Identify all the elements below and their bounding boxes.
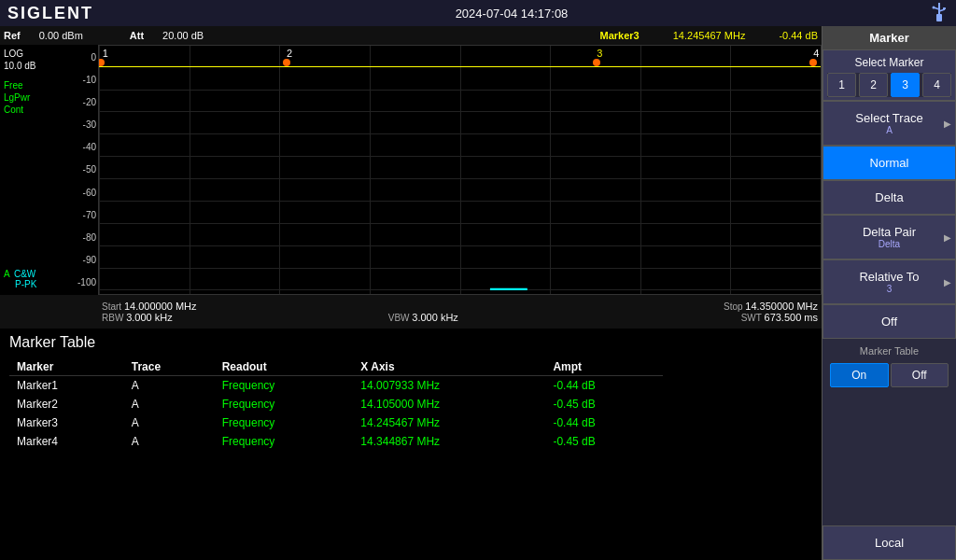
ref-bar: Ref 0.00 dBm Att 20.00 dB Marker3 14.245… (0, 26, 822, 45)
select-marker-label: Select Marker (827, 56, 951, 69)
y-20: -20 (45, 97, 96, 107)
marker-table-off-btn[interactable]: Off (891, 363, 949, 387)
trace-svg (99, 46, 821, 294)
stop-value: 14.350000 MHz (745, 301, 818, 312)
right-panel: Marker Select Marker 1 2 3 4 Select Trac… (822, 26, 956, 560)
select-trace-btn[interactable]: Select Trace A ▶ (822, 101, 956, 146)
relative-to-value: 3 (827, 284, 951, 294)
cw-label: C&W (14, 269, 35, 279)
marker-2-dot (283, 59, 290, 66)
trace-cell: A (124, 376, 215, 396)
marker-btn-3[interactable]: 3 (891, 73, 920, 97)
y-50: -50 (45, 164, 96, 175)
off-btn[interactable]: Off (822, 304, 956, 339)
vbw-value: 3.000 kHz (412, 312, 458, 323)
ampt-cell: -0.44 dB (545, 413, 663, 432)
delta-btn[interactable]: Delta (822, 180, 956, 215)
scale-label: 10.0 dB (4, 61, 43, 71)
readout-cell: Frequency (215, 413, 354, 432)
select-trace-label: Select Trace (855, 111, 922, 125)
table-row: Marker3 A Frequency 14.245467 MHz -0.44 … (9, 413, 663, 432)
marker-table-section: Marker Table Marker Trace Readout X Axis… (0, 329, 822, 560)
y-80: -80 (45, 232, 96, 243)
log-label: LOG (4, 49, 43, 59)
ppk-label: P-PK (15, 279, 36, 289)
y-70: -70 (45, 210, 96, 220)
delta-pair-label: Delta Pair (863, 225, 916, 239)
readout-cell: Frequency (215, 432, 354, 451)
y-0: 0 (45, 52, 96, 63)
rbw-value: 3.000 kHz (126, 312, 173, 323)
delta-pair-btn[interactable]: Delta Pair Delta ▶ (822, 215, 956, 259)
ampt-cell: -0.44 dB (545, 376, 663, 396)
xaxis-cell: 14.105000 MHz (353, 395, 545, 413)
y-60: -60 (45, 188, 96, 198)
marker-3-label: 3 (597, 48, 602, 59)
table-row: Marker4 A Frequency 14.344867 MHz -0.45 … (9, 432, 663, 451)
svg-rect-1 (938, 3, 940, 7)
ref-label: Ref (4, 30, 21, 41)
local-label: Local (875, 536, 904, 550)
xaxis-cell: 14.245467 MHz (353, 413, 545, 432)
header: SIGLENT 2024-07-04 14:17:08 (0, 0, 956, 26)
marker-cell: Marker2 (9, 395, 124, 413)
main-layout: Ref 0.00 dBm Att 20.00 dB Marker3 14.245… (0, 26, 956, 560)
local-btn[interactable]: Local (822, 525, 956, 560)
y-axis: 0 -10 -20 -30 -40 -50 -60 -70 -80 -90 -1… (43, 45, 98, 295)
att-value: 20.00 dB (162, 30, 204, 41)
col-xaxis: X Axis (353, 358, 545, 376)
marker-table-on-btn[interactable]: On (830, 363, 889, 387)
freq-bar: Start 14.000000 MHz RBW 3.000 kHz VBW 3.… (0, 295, 822, 329)
relative-to-label: Relative To (859, 270, 919, 284)
marker-btn-2[interactable]: 2 (859, 73, 888, 97)
col-marker: Marker (9, 358, 124, 376)
datetime-display: 2024-07-04 14:17:08 (456, 7, 569, 21)
delta-pair-value: Delta (827, 239, 951, 249)
delta-label: Delta (875, 190, 903, 204)
marker-table-title: Marker Table (9, 334, 812, 351)
ampt-cell: -0.45 dB (545, 432, 663, 451)
usb-icon (930, 4, 949, 22)
marker-cell: Marker3 (9, 413, 124, 432)
ampt-cell: -0.45 dB (545, 395, 663, 413)
svg-rect-0 (936, 14, 942, 21)
marker-cell: Marker1 (9, 376, 124, 396)
panel-title: Marker (822, 26, 956, 49)
trace-cell: A (124, 432, 215, 451)
readout-cell: Frequency (215, 376, 354, 396)
att-label: Att (130, 30, 144, 41)
readout-cell: Frequency (215, 395, 354, 413)
svg-point-5 (932, 7, 935, 9)
col-ampt: Ampt (545, 358, 663, 376)
marker-select-row: 1 2 3 4 (827, 73, 951, 97)
y-30: -30 (45, 119, 96, 130)
relative-to-btn[interactable]: Relative To 3 ▶ (822, 259, 956, 304)
marker-4-label: 4 (813, 48, 819, 59)
swt-label: SWT (741, 313, 762, 323)
vbw-label: VBW (388, 313, 410, 323)
cont-label: Cont (4, 105, 43, 115)
select-trace-arrow: ▶ (944, 119, 951, 129)
col-trace: Trace (124, 358, 215, 376)
trace-cell: A (124, 413, 215, 432)
marker-1-label: 1 (103, 48, 108, 59)
select-trace-value: A (827, 125, 951, 135)
marker-table-panel-label: Marker Table (826, 343, 952, 359)
marker-3-dot (593, 59, 600, 66)
marker-btn-4[interactable]: 4 (922, 73, 951, 97)
xaxis-cell: 14.007933 MHz (353, 376, 545, 396)
table-row: Marker2 A Frequency 14.105000 MHz -0.45 … (9, 395, 663, 413)
off-label: Off (881, 315, 897, 329)
y-10: -10 (45, 75, 96, 85)
lgpwr-label: LgPwr (4, 92, 43, 103)
marker-cell: Marker4 (9, 432, 124, 451)
normal-btn[interactable]: Normal (822, 146, 956, 180)
svg-rect-6 (943, 7, 946, 9)
marker-freq: 14.245467 MHz (673, 30, 746, 41)
stop-label: Stop (724, 301, 743, 312)
rbw-label: RBW (102, 313, 123, 323)
marker-btn-1[interactable]: 1 (827, 73, 856, 97)
marker-table-toggle-row: On Off (826, 359, 952, 391)
grid-v-8 (821, 46, 822, 294)
siglent-logo: SIGLENT (7, 4, 93, 23)
